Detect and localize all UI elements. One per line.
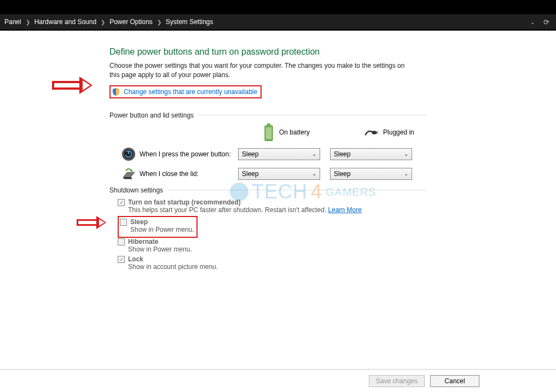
section-power-button: Power button and lid settings [109, 112, 427, 119]
row-label: When I press the power button: [140, 150, 238, 158]
row-press-power-button: When I press the power button: Sleep ⌄ S… [109, 147, 427, 161]
sleep-highlight: Sleep Show in Power menu. [118, 216, 198, 238]
section-shutdown: Shutdown settings [109, 186, 427, 194]
checkbox-label: Turn on fast startup (recommended) [128, 198, 362, 206]
chevron-down-icon: ⌄ [404, 151, 408, 157]
checkbox-icon [118, 199, 125, 206]
power-button-icon [121, 147, 136, 161]
svg-rect-0 [267, 124, 271, 125]
chevron-down-icon: ⌄ [312, 171, 316, 177]
chevron-right-icon: ❯ [24, 19, 32, 25]
chevron-right-icon: ❯ [155, 19, 164, 25]
svg-point-3 [372, 131, 377, 134]
learn-more-link[interactable]: Learn More [328, 206, 362, 214]
svg-rect-2 [266, 127, 272, 139]
change-settings-link[interactable]: Change settings that are currently unava… [124, 88, 257, 96]
section-label: Shutdown settings [109, 186, 163, 194]
svg-rect-5 [377, 133, 378, 134]
annotation-arrow [52, 77, 92, 94]
checkbox-fast-startup: Turn on fast startup (recommended) This … [118, 198, 427, 214]
breadcrumb-item[interactable]: Panel [4, 18, 21, 26]
breadcrumb-item[interactable]: Power Options [109, 18, 153, 26]
checkbox-description: This helps start your PC faster after sh… [128, 206, 326, 214]
chevron-down-icon: ⌄ [312, 151, 316, 157]
breadcrumb-item[interactable]: Hardware and Sound [34, 18, 96, 26]
chevron-right-icon: ❯ [99, 19, 107, 25]
checkbox-description: Show in account picture menu. [128, 263, 218, 271]
column-label: On battery [279, 128, 310, 136]
checkbox-label: Hibernate [128, 238, 192, 245]
cancel-button[interactable]: Cancel [430, 375, 479, 387]
save-button: Save changes [369, 375, 425, 387]
combo-value: Sleep [242, 150, 259, 158]
column-on-battery: On battery [263, 124, 310, 142]
plug-icon [364, 129, 379, 136]
checkbox-sleep: Sleep Show in Power menu. [120, 218, 194, 233]
checkbox-icon [120, 219, 127, 226]
column-plugged-in: Plugged in [364, 128, 414, 136]
svg-rect-4 [377, 131, 378, 132]
row-label: When I close the lid: [140, 170, 238, 178]
combo-press-button-plugged[interactable]: Sleep ⌄ [330, 148, 412, 160]
refresh-icon[interactable]: ⟳ [543, 18, 549, 26]
footer-bar: Save changes Cancel [0, 369, 556, 392]
change-settings-highlight: Change settings that are currently unava… [109, 85, 262, 98]
combo-close-lid-plugged[interactable]: Sleep ⌄ [330, 168, 412, 180]
combo-value: Sleep [242, 170, 259, 178]
combo-press-button-battery[interactable]: Sleep ⌄ [238, 148, 320, 160]
checkbox-hibernate: Hibernate Show in Power menu. [118, 238, 427, 253]
shield-icon [112, 87, 120, 96]
annotation-arrow [77, 216, 106, 229]
row-close-lid: When I close the lid: Sleep ⌄ Sleep ⌄ [109, 168, 427, 180]
breadcrumb: Panel ❯ Hardware and Sound ❯ Power Optio… [4, 18, 213, 26]
checkbox-icon [118, 238, 125, 245]
battery-icon [263, 124, 275, 142]
combo-value: Sleep [334, 150, 351, 158]
chevron-down-icon[interactable]: ⌄ [530, 19, 535, 25]
checkbox-label: Lock [128, 255, 218, 263]
checkbox-label: Sleep [130, 218, 194, 226]
page-description: Choose the power settings that you want … [109, 61, 416, 80]
chevron-down-icon: ⌄ [404, 171, 408, 177]
checkbox-description: Show in Power menu. [130, 226, 194, 233]
combo-close-lid-battery[interactable]: Sleep ⌄ [238, 168, 320, 180]
checkbox-description: Show in Power menu. [128, 245, 192, 253]
combo-value: Sleep [334, 170, 351, 178]
section-label: Power button and lid settings [109, 112, 194, 119]
breadcrumb-bar: Panel ❯ Hardware and Sound ❯ Power Optio… [0, 14, 556, 30]
laptop-lid-icon [121, 168, 136, 180]
column-label: Plugged in [383, 128, 414, 136]
checkbox-lock: Lock Show in account picture menu. [118, 255, 427, 271]
checkbox-icon [118, 256, 125, 263]
page-title: Define power buttons and turn on passwor… [109, 47, 427, 57]
breadcrumb-item[interactable]: System Settings [166, 18, 213, 26]
